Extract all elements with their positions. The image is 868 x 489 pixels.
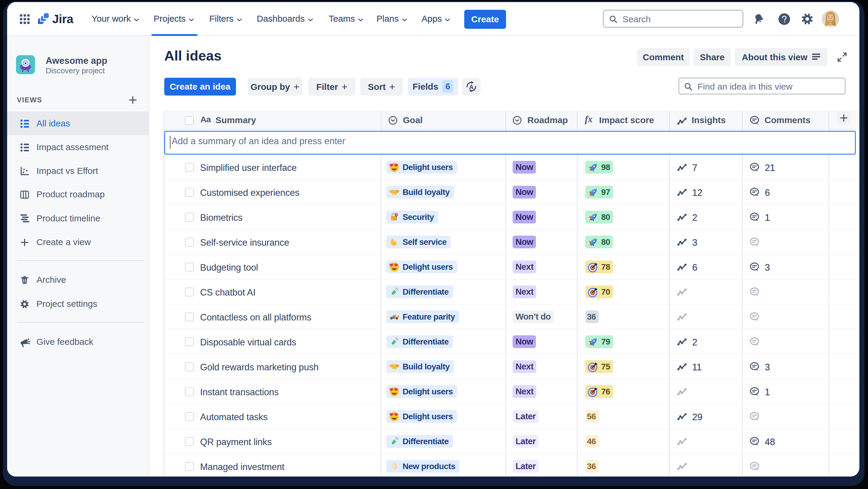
svg-text:A: A (469, 83, 474, 91)
